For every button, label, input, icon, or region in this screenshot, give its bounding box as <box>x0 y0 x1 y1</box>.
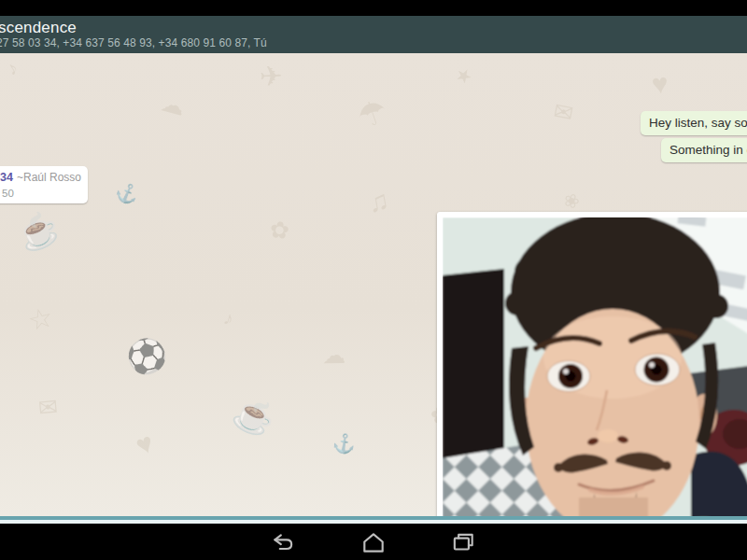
home-button[interactable] <box>351 524 396 560</box>
chat-area: ♪☁✈☂★✉♥☕⚓✿♫☾❀⌛☆⚽♪☁✈☂★✉♥☕⚓✿♫☾ Hey listen,… <box>0 53 747 516</box>
group-participants: 27 58 03 34, +34 637 56 48 93, +34 680 9… <box>0 36 267 49</box>
doodle-glyph: ♪ <box>3 58 21 78</box>
sender-line: 03 34~Raúl Rosso <box>0 171 81 184</box>
doodle-glyph: ✈ <box>259 63 283 91</box>
group-title: scendence <box>0 19 77 37</box>
doodle-glyph: ⚽ <box>120 331 172 380</box>
message-text: 50 <box>2 188 14 199</box>
doodle-glyph: ✿ <box>269 217 291 243</box>
doodle-glyph: ⚓ <box>113 180 142 206</box>
sender-name: ~Raúl Rosso <box>17 171 81 184</box>
home-icon <box>359 529 388 555</box>
doodle-glyph: ♪ <box>221 308 235 329</box>
sender-number: 03 34 <box>0 171 13 184</box>
message-bubble-outgoing-2[interactable]: Something in en <box>661 138 747 162</box>
message-bubble-outgoing-1[interactable]: Hey listen, say somet <box>641 111 747 135</box>
back-button[interactable] <box>261 524 305 560</box>
doodle-glyph: ☆ <box>25 302 56 336</box>
selfie-photo <box>443 217 747 516</box>
recents-button[interactable] <box>441 524 486 560</box>
doodle-glyph: ☕ <box>230 392 280 439</box>
doodle-glyph: ❀ <box>561 189 583 213</box>
message-bubble-incoming[interactable]: 03 34~Raúl Rosso 50 <box>0 166 88 203</box>
doodle-glyph: ✉ <box>37 395 59 420</box>
doodle-glyph: ♫ <box>366 186 391 217</box>
doodle-glyph: ☁ <box>322 343 345 367</box>
android-nav-bar <box>0 524 747 560</box>
doodle-glyph: ★ <box>452 63 475 88</box>
back-icon <box>269 529 297 555</box>
status-bar-area <box>0 0 747 16</box>
message-text: Something in en <box>669 143 747 157</box>
doodle-glyph: ⚓ <box>331 432 358 454</box>
message-text: Hey listen, say somet <box>649 116 747 130</box>
device-screen: scendence 27 58 03 34, +34 637 56 48 93,… <box>0 0 747 560</box>
doodle-glyph: ✉ <box>552 99 575 126</box>
doodle-glyph: ☂ <box>353 93 391 133</box>
recents-icon <box>449 529 477 555</box>
doodle-glyph: ♥ <box>650 69 669 99</box>
doodle-glyph: ☕ <box>13 208 63 254</box>
photo-message[interactable] <box>437 212 747 516</box>
doodle-glyph: ♥ <box>132 428 158 460</box>
doodle-glyph: ☁ <box>159 91 188 119</box>
chat-header[interactable]: scendence 27 58 03 34, +34 637 56 48 93,… <box>0 16 747 53</box>
